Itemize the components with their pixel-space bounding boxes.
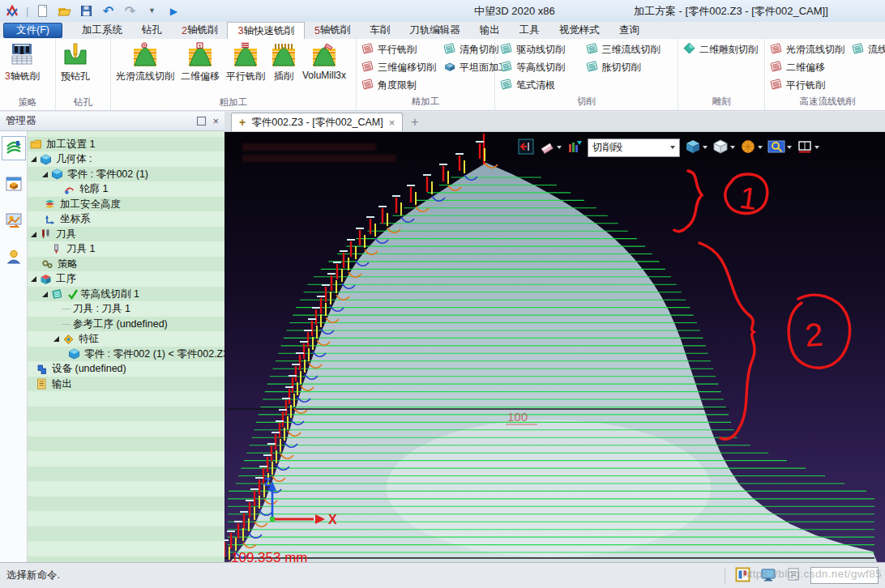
flowline-3d-cut-button[interactable]: 三维流线切削: [585, 40, 674, 58]
menu-tab-output[interactable]: 输出: [470, 22, 510, 39]
ribbon-button-label: 笔式清根: [516, 79, 555, 92]
combobox-caret-icon[interactable]: [670, 146, 675, 149]
panel-toggle-button[interactable]: [735, 567, 750, 585]
menu-tab-toolpath-editor[interactable]: 刀轨编辑器: [400, 22, 470, 39]
monitor-button[interactable]: [760, 567, 776, 585]
pencil-root-cut-button[interactable]: 笔式清根: [499, 76, 579, 94]
menu-tab-2axis-mill[interactable]: 2轴铣削: [172, 22, 227, 39]
role-manager-button[interactable]: [2, 245, 26, 270]
contour-line-cut-button[interactable]: 等高线切削: [499, 58, 579, 76]
exit-button: [518, 138, 534, 157]
ribbon-group-1: 预钻孔钻孔: [56, 39, 111, 110]
redo-icon[interactable]: ↷: [122, 3, 138, 19]
menu-tab-5axis-mill[interactable]: 5轴铣削: [305, 22, 360, 39]
expander-icon[interactable]: [31, 276, 36, 282]
save-icon[interactable]: [78, 3, 94, 19]
panel-restore-icon[interactable]: [197, 117, 206, 126]
notes-button[interactable]: [786, 567, 801, 585]
tree-row-tools[interactable]: 刀具: [28, 227, 224, 242]
predrill-button[interactable]: 预钻孔: [58, 41, 93, 84]
drive-line-cut-button[interactable]: 驱动线切削: [499, 40, 579, 58]
open-file-icon[interactable]: [56, 3, 72, 19]
section-view-button-caret-icon[interactable]: [814, 146, 819, 149]
viewport-canvas[interactable]: ZX100109.353 mm12 切削段: [224, 132, 885, 563]
volumill3x-icon: [312, 42, 336, 69]
menu-tab-3axis-fast-mill[interactable]: 3轴快速铣削: [227, 22, 304, 39]
tree-row-device[interactable]: 设备 (undefined): [28, 362, 224, 377]
tree-row-label: 输出: [52, 377, 72, 391]
tree-row-csys[interactable]: 坐标系: [28, 212, 224, 228]
visualize-manager-button[interactable]: [2, 209, 26, 233]
eraser-tool-button[interactable]: [539, 138, 562, 157]
cam-manager-panel-button[interactable]: [2, 136, 26, 160]
mill-3axis-button[interactable]: 3轴铣削: [2, 41, 43, 84]
view-wheel-button[interactable]: [740, 138, 763, 157]
tree-row-op-part[interactable]: 零件 : 零件002 (1) < 零件002.Z3: [28, 347, 224, 362]
tree-row-machining-setup[interactable]: 加工设置 1: [28, 137, 224, 152]
zoom-tool-button-caret-icon[interactable]: [787, 146, 792, 149]
offset-2d-hsm-button[interactable]: 二维偏移: [769, 58, 844, 76]
tree-connector: ┈┈: [62, 305, 70, 313]
shade-mode-button-caret-icon[interactable]: [703, 146, 708, 149]
section-view-button[interactable]: [797, 138, 819, 157]
smooth-flowline-cut-hsm-button[interactable]: 光滑流线切削: [769, 40, 844, 58]
resume-play-icon[interactable]: ▶: [165, 3, 182, 19]
smooth-flowline-cut-rough-button[interactable]: 光滑流线切削: [113, 41, 177, 84]
tree-row-operations[interactable]: 工序: [28, 272, 224, 288]
volumill3x-button[interactable]: VoluMill3x: [299, 41, 349, 82]
cut-segment-combobox[interactable]: 切削段: [588, 138, 680, 157]
menu-tab-query[interactable]: 查询: [609, 22, 649, 39]
parallel-mill-hsm-button[interactable]: 平行铣削: [769, 76, 844, 94]
offset-2d-rough-button[interactable]: 二维偏移: [177, 41, 223, 84]
menu-tab-visual-style[interactable]: 视觉样式: [549, 22, 609, 39]
expander-icon[interactable]: [42, 292, 48, 297]
tree-row-op-tool[interactable]: ┈┈刀具 : 刀具 1: [28, 302, 224, 317]
expander-icon[interactable]: [42, 172, 48, 177]
wireframe-mode-button[interactable]: [712, 138, 735, 157]
eraser-tool-button-caret-icon[interactable]: [557, 146, 562, 149]
expander-icon[interactable]: [31, 156, 36, 162]
panel-close-icon[interactable]: ×: [212, 115, 219, 127]
tree-row-profile[interactable]: 轮廓 1: [28, 182, 224, 198]
tree-row-geometry[interactable]: 几何体 :: [28, 152, 224, 168]
tree-row-features[interactable]: 特征: [28, 332, 224, 347]
parallel-mill-finish-button[interactable]: 平行铣削: [361, 40, 436, 58]
toolbar-options-icon[interactable]: ▼: [143, 3, 160, 19]
document-tab[interactable]: + 零件002.Z3 - [零件002_CAM] ×: [231, 113, 403, 131]
flowline-cut-hsm-button[interactable]: 流线切削: [851, 40, 885, 58]
tree-row-part[interactable]: 零件 : 零件002 (1): [28, 167, 224, 182]
ribbon-group-items: 平行铣削三维偏移切削角度限制清角切削平坦面加工: [357, 39, 494, 96]
cam-icon: [5, 138, 23, 159]
shade-mode-button[interactable]: [685, 138, 708, 157]
expander-icon[interactable]: [53, 336, 59, 342]
offset-3d-cut-button[interactable]: 三维偏移切削: [361, 58, 436, 76]
menu-tab-machining-system[interactable]: 加工系统: [72, 22, 132, 39]
new-tab-button[interactable]: +: [411, 115, 418, 130]
menu-tab-turning[interactable]: 车削: [360, 22, 400, 39]
statusbar-input[interactable]: [810, 567, 879, 584]
document-tab-close-icon[interactable]: ×: [389, 117, 395, 129]
wireframe-mode-button-caret-icon[interactable]: [730, 146, 735, 149]
menu-tab-drill[interactable]: 钻孔: [132, 22, 172, 39]
expand-cut-button[interactable]: 胀切切削: [585, 58, 674, 76]
tree-row-tool-1[interactable]: 刀具 1: [28, 242, 224, 258]
menu-tab-tools[interactable]: 工具: [510, 22, 549, 39]
tree-row-contour-cut-op[interactable]: 等高线切削 1: [28, 287, 224, 302]
parallel-mill-rough-button[interactable]: 平行铣削: [223, 41, 268, 84]
view-wheel-button-caret-icon[interactable]: [758, 146, 763, 149]
expander-icon[interactable]: [31, 232, 36, 237]
zoom-tool-button[interactable]: [767, 138, 792, 157]
menu-tab-file[interactable]: 文件(F): [3, 23, 62, 38]
engrave-2d-cut-button[interactable]: 二维雕刻切削: [682, 40, 760, 58]
tree-row-strategy[interactable]: 策略: [28, 257, 224, 272]
tree-row-op-reference[interactable]: ┈┈参考工序 (undefined): [28, 317, 224, 332]
new-file-icon[interactable]: [34, 3, 50, 19]
tree-row-output[interactable]: 输出: [28, 377, 224, 392]
undo-icon[interactable]: ↶: [100, 3, 116, 19]
angle-limit-button[interactable]: 角度限制: [361, 76, 436, 94]
tree-row-label: 特征: [79, 332, 99, 346]
ribbon-button-label: 光滑流线切削: [116, 70, 174, 83]
tree-row-safe-height[interactable]: 加工安全高度: [28, 197, 224, 212]
plunge-mill-button[interactable]: 插削: [268, 41, 299, 84]
assembly-manager-button[interactable]: [2, 173, 26, 197]
